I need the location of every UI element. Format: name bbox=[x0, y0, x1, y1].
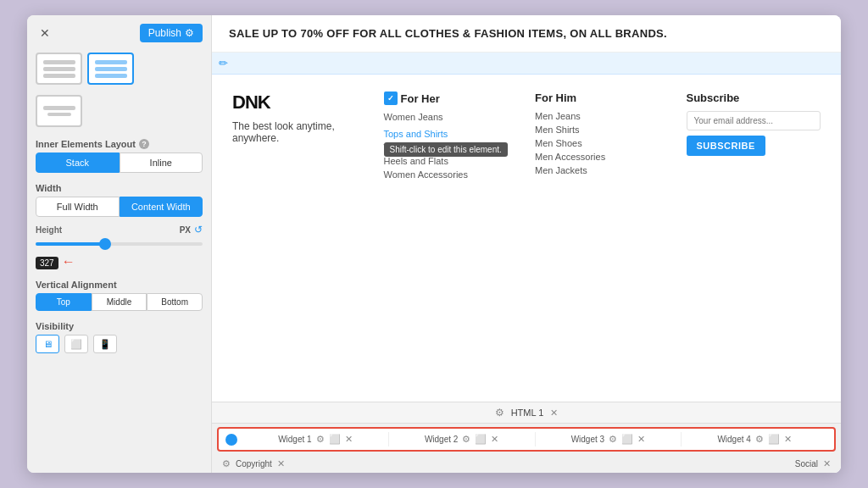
height-value: 327 bbox=[36, 257, 58, 269]
slider-fill bbox=[36, 242, 103, 246]
height-refresh-icon[interactable]: ↺ bbox=[194, 224, 203, 236]
widget-4-copy[interactable]: ⬜ bbox=[768, 434, 780, 445]
footer-link-men-jackets[interactable]: Men Jackets bbox=[535, 165, 670, 175]
html-bar-close-icon[interactable]: ✕ bbox=[550, 408, 558, 419]
widget-1-item: Widget 1 ⚙ ⬜ ✕ bbox=[242, 432, 389, 446]
footer-link-men-acc[interactable]: Men Accessories bbox=[535, 152, 670, 162]
footer-logo-col: DNK The best look anytime, anywhere. bbox=[232, 92, 367, 385]
widget-2-copy[interactable]: ⬜ bbox=[475, 434, 487, 445]
widget-1-label: Widget 1 bbox=[278, 435, 311, 444]
footer-link-heels[interactable]: Heels and Flats bbox=[384, 156, 519, 166]
widget-1-gear[interactable]: ⚙ bbox=[316, 434, 325, 445]
inner-elements-label: Inner Elements Layout ? bbox=[36, 139, 203, 149]
arrow-indicator: 327 ← bbox=[36, 254, 203, 269]
widget-2-close[interactable]: ✕ bbox=[491, 434, 498, 445]
sale-banner: SALE UP TO 70% OFF FOR ALL CLOTHES & FAS… bbox=[212, 15, 841, 53]
widget-4-gear[interactable]: ⚙ bbox=[755, 434, 764, 445]
bottom-area: ⚙ HTML 1 ✕ Widget 1 ⚙ ⬜ ✕ Widget 2 ⚙ bbox=[212, 402, 841, 473]
edit-pencil-icon: ✏ bbox=[219, 57, 228, 69]
copyright-gear-icon[interactable]: ⚙ bbox=[222, 458, 231, 469]
tablet-visibility-icon[interactable]: ⬜ bbox=[64, 335, 88, 353]
layout-thumb-large[interactable] bbox=[87, 53, 134, 85]
widget-1-copy[interactable]: ⬜ bbox=[329, 434, 341, 445]
thumb-line bbox=[95, 67, 127, 71]
widget-blue-dot bbox=[225, 434, 237, 446]
vertical-alignment-label: Vertical Alignment bbox=[36, 280, 203, 290]
widget-1-close[interactable]: ✕ bbox=[345, 434, 353, 445]
widget-3-label: Widget 3 bbox=[571, 435, 604, 444]
widget-2-label: Widget 2 bbox=[425, 435, 458, 444]
width-toggle: Full Width Content Width bbox=[36, 197, 203, 217]
thumb-line bbox=[43, 74, 75, 78]
tooltip: Shift-click to edit this element. bbox=[384, 142, 508, 157]
slider-thumb[interactable] bbox=[99, 238, 111, 250]
footer-him-col: For Him Men Jeans Men Shirts Men Shoes M… bbox=[535, 92, 670, 385]
close-button[interactable]: ✕ bbox=[36, 25, 54, 42]
footer-link-men-jeans[interactable]: Men Jeans bbox=[535, 111, 670, 121]
inner-elements-section: Inner Elements Layout ? Stack Inline bbox=[36, 136, 203, 173]
middle-button[interactable]: Middle bbox=[92, 293, 147, 311]
widget-2-gear[interactable]: ⚙ bbox=[462, 434, 470, 445]
widget-3-close[interactable]: ✕ bbox=[637, 434, 645, 445]
widget-3-gear[interactable]: ⚙ bbox=[609, 434, 617, 445]
footer-her-col: ✓ For Her Women Jeans Tops and Shirts Sh… bbox=[384, 92, 519, 385]
height-label-row: Height PX ↺ bbox=[36, 224, 203, 236]
widget-4-close[interactable]: ✕ bbox=[784, 434, 792, 445]
footer-link-women-acc[interactable]: Women Accessories bbox=[384, 169, 519, 180]
widget-3-copy[interactable]: ⬜ bbox=[621, 434, 633, 445]
inline-button[interactable]: Inline bbox=[120, 152, 203, 173]
height-unit: PX bbox=[180, 225, 191, 235]
thumb-line bbox=[43, 67, 75, 71]
desktop-visibility-icon[interactable]: 🖥 bbox=[36, 335, 59, 353]
layout-thumb-single[interactable] bbox=[36, 95, 82, 127]
her-icon: ✓ bbox=[384, 92, 398, 105]
vertical-alignment-section: Vertical Alignment Top Middle Bottom bbox=[36, 276, 203, 311]
width-label: Width bbox=[36, 183, 203, 193]
thumb-line bbox=[95, 60, 127, 64]
subscribe-email-input[interactable] bbox=[687, 111, 821, 130]
top-button[interactable]: Top bbox=[36, 293, 92, 311]
thumb-line bbox=[43, 60, 75, 64]
layout-thumbnails bbox=[36, 53, 203, 85]
width-section: Width Full Width Content Width bbox=[36, 180, 203, 217]
footer-link-tops[interactable]: Tops and Shirts bbox=[384, 129, 448, 139]
widget-2-item: Widget 2 ⚙ ⬜ ✕ bbox=[389, 432, 536, 446]
footer-link-women-jeans[interactable]: Women Jeans bbox=[384, 112, 519, 122]
html-bar-label: HTML 1 bbox=[511, 408, 544, 418]
arrow-right-icon: ← bbox=[62, 254, 75, 269]
panel-top-row: ✕ Publish ⚙ bbox=[36, 24, 203, 42]
slider-track bbox=[36, 242, 203, 246]
social-close-icon[interactable]: ✕ bbox=[823, 458, 831, 469]
footer-subscribe-title: Subscribe bbox=[687, 92, 821, 104]
right-content: SALE UP TO 70% OFF FOR ALL CLOTHES & FAS… bbox=[212, 15, 841, 473]
stack-inline-toggle: Stack Inline bbox=[36, 152, 203, 173]
html-bar: ⚙ HTML 1 ✕ bbox=[212, 402, 841, 424]
footer-him-title: For Him bbox=[535, 92, 670, 104]
subscribe-button[interactable]: SUBSCRIBE bbox=[687, 136, 765, 156]
sale-banner-text: SALE UP TO 70% OFF FOR ALL CLOTHES & FAS… bbox=[229, 27, 667, 40]
copyright-item: ⚙ Copyright ✕ bbox=[222, 458, 285, 469]
full-width-button[interactable]: Full Width bbox=[36, 197, 120, 217]
thumb-line-small bbox=[47, 113, 71, 116]
mobile-visibility-icon[interactable]: 📱 bbox=[93, 335, 117, 353]
stack-button[interactable]: Stack bbox=[36, 152, 120, 173]
html-bar-gear-icon[interactable]: ⚙ bbox=[495, 407, 504, 419]
vertical-alignment-toggle: Top Middle Bottom bbox=[36, 293, 203, 311]
visibility-label: Visibility bbox=[36, 321, 203, 331]
footer-link-men-shirts[interactable]: Men Shirts bbox=[535, 125, 670, 135]
copyright-social-row: ⚙ Copyright ✕ Social ✕ bbox=[212, 455, 841, 473]
publish-button[interactable]: Publish ⚙ bbox=[140, 24, 203, 42]
footer-her-title: ✓ For Her bbox=[384, 92, 519, 105]
widgets-row: Widget 1 ⚙ ⬜ ✕ Widget 2 ⚙ ⬜ ✕ Widget 3 ⚙ bbox=[217, 427, 836, 452]
content-width-button[interactable]: Content Width bbox=[120, 197, 203, 217]
footer-area: DNK The best look anytime, anywhere. ✓ F… bbox=[212, 75, 841, 473]
footer-link-men-shoes[interactable]: Men Shoes bbox=[535, 138, 670, 148]
edit-indicator: ✏ bbox=[212, 53, 841, 75]
layout-thumb-grid[interactable] bbox=[36, 53, 82, 85]
bottom-button[interactable]: Bottom bbox=[147, 293, 203, 311]
height-slider-container bbox=[36, 242, 203, 246]
visibility-section: Visibility 🖥 ⬜ 📱 bbox=[36, 318, 203, 353]
copyright-close-icon[interactable]: ✕ bbox=[277, 458, 285, 469]
publish-label: Publish bbox=[148, 27, 181, 39]
footer-subscribe-col: Subscribe SUBSCRIBE bbox=[687, 92, 821, 385]
